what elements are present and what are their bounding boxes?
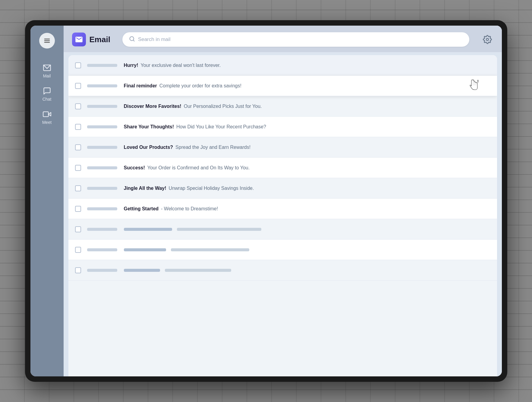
settings-button[interactable] [481, 33, 493, 46]
app-logo: Email [72, 33, 110, 46]
email-checkbox[interactable] [75, 206, 81, 212]
sender-avatar [87, 64, 117, 67]
email-checkbox[interactable] [75, 124, 81, 130]
sender-avatar [87, 187, 117, 190]
meet-icon [43, 110, 51, 118]
email-subject: Hurry! [124, 63, 138, 68]
email-subject: Discover More Favorites! [124, 104, 181, 109]
sender-avatar [87, 228, 117, 231]
email-subject: Share Your Thoughts! [124, 124, 174, 130]
email-preview: - Welcome to Dreamstime! [161, 206, 218, 212]
email-checkbox[interactable] [75, 144, 81, 150]
email-subject: Loved Our Products? [124, 145, 173, 150]
sidebar-item-chat[interactable]: Chat [30, 83, 64, 106]
mail-icon [43, 64, 51, 72]
email-preview: Unwrap Special Holiday Savings Inside. [169, 186, 254, 191]
email-checkbox[interactable] [75, 267, 81, 273]
screen: Mail Chat Meet [30, 26, 502, 376]
sidebar: Mail Chat Meet [30, 26, 64, 376]
app-title: Email [90, 35, 110, 44]
header: Email Search in mail [64, 26, 502, 52]
loading-bar [171, 248, 249, 251]
search-placeholder: Search in mail [138, 36, 171, 42]
email-preview: Complete your order for extra savings! [159, 83, 241, 89]
sidebar-item-meet[interactable]: Meet [30, 106, 64, 129]
device-frame: Mail Chat Meet [25, 20, 507, 382]
cursor-pointer [469, 79, 479, 92]
table-row[interactable]: Getting Started - Welcome to Dreamstime! [68, 199, 497, 219]
sender-avatar [87, 105, 117, 108]
sender-avatar [87, 166, 117, 169]
email-list: Hurry! Your exclusive deal won't last fo… [68, 55, 497, 376]
sidebar-label-chat: Chat [42, 97, 52, 102]
svg-rect-5 [43, 112, 49, 117]
email-checkbox[interactable] [75, 103, 81, 109]
svg-line-16 [477, 81, 478, 82]
sidebar-label-meet: Meet [42, 120, 52, 125]
email-checkbox[interactable] [75, 83, 81, 89]
sidebar-label-mail: Mail [43, 74, 51, 78]
table-row-loading [68, 219, 497, 240]
sender-avatar [87, 269, 117, 272]
sender-avatar [87, 248, 117, 251]
loading-bar [177, 228, 261, 231]
email-preview: Your exclusive deal won't last forever. [141, 63, 221, 68]
svg-marker-4 [48, 112, 51, 116]
table-row[interactable]: Loved Our Products? Spread the Joy and E… [68, 137, 497, 158]
table-row[interactable]: Final reminder Complete your order for e… [68, 76, 497, 96]
email-subject: Success! [124, 165, 145, 171]
table-row[interactable]: Hurry! Your exclusive deal won't last fo… [68, 55, 497, 76]
email-preview: Our Personalized Picks Just for You. [184, 104, 262, 109]
main-content: Email Search in mail [64, 26, 502, 376]
table-row[interactable]: Share Your Thoughts! How Did You Like Yo… [68, 117, 497, 137]
email-subject: Getting Started [124, 206, 159, 212]
sidebar-item-mail[interactable]: Mail [30, 59, 64, 83]
svg-point-8 [486, 38, 489, 41]
sender-avatar [87, 125, 117, 128]
loading-bar [124, 248, 166, 251]
svg-line-15 [477, 81, 478, 82]
search-bar[interactable]: Search in mail [122, 32, 469, 47]
loading-bar [124, 269, 160, 272]
email-preview: Spread the Joy and Earn Rewards! [175, 145, 250, 150]
email-checkbox[interactable] [75, 185, 81, 191]
chat-icon [43, 87, 51, 95]
table-row[interactable]: Success! Your Order is Confirmed and On … [68, 158, 497, 178]
email-checkbox[interactable] [75, 226, 81, 232]
email-checkbox[interactable] [75, 165, 81, 171]
menu-button[interactable] [39, 33, 55, 49]
table-row-loading [68, 240, 497, 260]
svg-line-7 [133, 40, 134, 41]
gear-icon [483, 35, 492, 44]
loading-bar [165, 269, 231, 272]
sender-avatar [87, 84, 117, 87]
email-checkbox[interactable] [75, 247, 81, 253]
email-logo-icon [72, 33, 86, 46]
sender-avatar [87, 146, 117, 149]
search-icon [129, 36, 135, 43]
email-subject: Jingle All the Way! [124, 186, 166, 191]
table-row[interactable]: Discover More Favorites! Our Personalize… [68, 96, 497, 117]
loading-bar [124, 228, 172, 231]
email-subject: Final reminder [124, 83, 157, 89]
sender-avatar [87, 207, 117, 210]
table-row-loading [68, 260, 497, 281]
email-preview: Your Order is Confirmed and On Its Way t… [147, 165, 250, 171]
table-row[interactable]: Jingle All the Way! Unwrap Special Holid… [68, 178, 497, 199]
email-checkbox[interactable] [75, 62, 81, 68]
envelope-icon [75, 35, 83, 44]
email-preview: How Did You Like Your Recent Purchase? [176, 124, 266, 130]
